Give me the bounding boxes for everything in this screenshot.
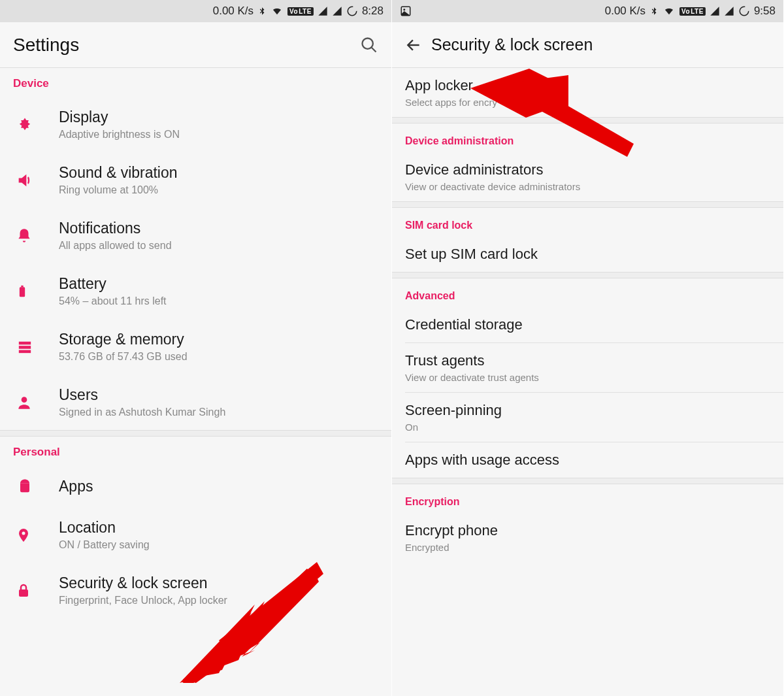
row-sim-lock[interactable]: Set up SIM card lock (392, 237, 783, 272)
bluetooth-icon (649, 5, 659, 17)
row-location[interactable]: Location ON / Battery saving (0, 507, 391, 563)
section-header-advanced: Advanced (392, 278, 783, 307)
status-bar: 0.00 K/s Vo LTE 9:58 (392, 0, 783, 22)
lock-icon (16, 582, 31, 600)
row-title: Apps with usage access (405, 452, 770, 469)
row-screen-pinning[interactable]: Screen-pinning On (392, 393, 783, 442)
svg-rect-4 (21, 285, 23, 287)
display-icon (16, 116, 34, 134)
wifi-icon (662, 6, 676, 16)
row-credential-storage[interactable]: Credential storage (392, 307, 783, 342)
loading-icon (346, 5, 358, 17)
row-title: Credential storage (405, 316, 770, 333)
row-subtitle: Fingerprint, Face Unlock, App locker (59, 595, 378, 606)
row-sound[interactable]: Sound & vibration Ring volume at 100% (0, 152, 391, 208)
row-title: Notifications (59, 220, 378, 237)
network-speed: 0.00 K/s (605, 5, 645, 18)
signal-icon (318, 6, 328, 16)
storage-icon (16, 340, 34, 354)
svg-rect-12 (19, 589, 28, 597)
battery-icon (16, 282, 29, 301)
svg-rect-3 (20, 287, 25, 297)
speaker-icon (16, 171, 34, 190)
signal-icon-2 (332, 6, 342, 16)
row-title: Display (59, 108, 378, 126)
svg-point-11 (22, 531, 25, 535)
right-screenshot: 0.00 K/s Vo LTE 9:58 Security & lock (392, 0, 784, 696)
app-bar: Settings (0, 22, 391, 68)
row-device-administrators[interactable]: Device administrators View or deactivate… (392, 152, 783, 201)
row-trust-agents[interactable]: Trust agents View or deactivate trust ag… (392, 343, 783, 392)
svg-point-23 (740, 7, 749, 16)
row-storage[interactable]: Storage & memory 53.76 GB of 57.43 GB us… (0, 319, 391, 374)
row-title: Screen-pinning (405, 402, 770, 419)
svg-line-2 (372, 47, 376, 52)
page-title: Security & lock screen (431, 35, 593, 54)
row-title: Users (59, 386, 378, 404)
svg-point-8 (22, 397, 27, 403)
back-button[interactable] (405, 37, 431, 54)
status-bar: 0.00 K/s Vo LTE 8:28 (0, 0, 391, 22)
svg-point-22 (403, 8, 405, 10)
svg-rect-7 (19, 350, 31, 353)
row-notifications[interactable]: Notifications All apps allowed to send (0, 208, 391, 263)
signal-icon-2 (724, 6, 734, 16)
row-subtitle: Encrypted (405, 542, 770, 553)
location-icon (16, 525, 31, 545)
bell-icon (16, 227, 33, 244)
section-header-device: Device (0, 68, 391, 97)
svg-rect-6 (19, 346, 31, 349)
row-title: Battery (59, 275, 378, 293)
row-apps[interactable]: Apps (0, 465, 391, 507)
row-title: Encrypt phone (405, 522, 770, 539)
clock: 9:58 (754, 5, 776, 18)
section-divider (392, 117, 783, 124)
row-title: Sound & vibration (59, 164, 378, 182)
volte-icon: Vo LTE (287, 7, 314, 16)
row-subtitle: 53.76 GB of 57.43 GB used (59, 351, 378, 363)
user-icon (16, 394, 33, 411)
row-battery[interactable]: Battery 54% – about 11 hrs left (0, 263, 391, 319)
row-title: App locker (405, 77, 770, 94)
section-header-personal: Personal (0, 437, 391, 465)
bluetooth-icon (257, 5, 267, 17)
row-usage-access[interactable]: Apps with usage access (392, 442, 783, 478)
section-divider (0, 430, 391, 437)
row-subtitle: ON / Battery saving (59, 539, 378, 551)
row-title: Set up SIM card lock (405, 246, 770, 263)
row-title: Security & lock screen (59, 574, 378, 592)
svg-point-0 (348, 7, 357, 16)
row-subtitle: View or deactivate trust agents (405, 372, 770, 383)
row-title: Trust agents (405, 352, 770, 369)
row-display[interactable]: Display Adaptive brightness is ON (0, 97, 391, 152)
row-subtitle: All apps allowed to send (59, 240, 378, 252)
svg-point-1 (363, 38, 373, 48)
row-subtitle: Ring volume at 100% (59, 184, 378, 196)
wifi-icon (270, 6, 284, 16)
row-users[interactable]: Users Signed in as Ashutosh Kumar Singh (0, 374, 391, 430)
row-subtitle: 54% – about 11 hrs left (59, 295, 378, 307)
image-notification-icon (400, 5, 412, 17)
row-title: Device administrators (405, 161, 770, 178)
row-subtitle: View or deactivate device administrators (405, 181, 770, 192)
row-subtitle: Adaptive brightness is ON (59, 129, 378, 141)
row-subtitle: Signed in as Ashutosh Kumar Singh (59, 406, 378, 418)
svg-rect-5 (19, 341, 31, 344)
row-title: Location (59, 519, 378, 537)
left-screenshot: 0.00 K/s Vo LTE 8:28 Settings (0, 0, 392, 696)
search-button[interactable] (360, 36, 378, 54)
section-divider (392, 201, 783, 208)
svg-marker-14 (183, 634, 238, 680)
loading-icon (738, 5, 750, 17)
section-header-sim: SIM card lock (392, 208, 783, 237)
page-title: Settings (13, 35, 79, 56)
clock: 8:28 (362, 5, 384, 18)
row-security[interactable]: Security & lock screen Fingerprint, Face… (0, 563, 391, 618)
row-encrypt-phone[interactable]: Encrypt phone Encrypted (392, 513, 783, 562)
section-header-device-admin: Device administration (392, 124, 783, 152)
row-title: Apps (59, 478, 378, 495)
network-speed: 0.00 K/s (213, 5, 253, 18)
row-app-locker[interactable]: App locker Select apps for encry (392, 68, 783, 117)
row-title: Storage & memory (59, 331, 378, 348)
row-subtitle: Select apps for encry (405, 97, 770, 108)
